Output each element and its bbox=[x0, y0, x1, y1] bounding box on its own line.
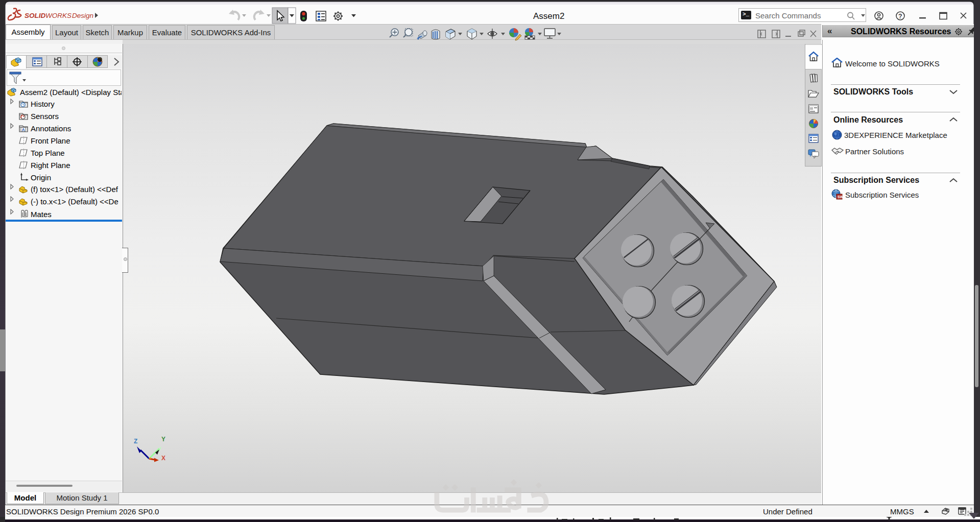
svg-text:X: X bbox=[161, 455, 165, 462]
svg-text:Y: Y bbox=[161, 436, 165, 443]
svg-text:A: A bbox=[22, 127, 25, 132]
svg-text:Design: Design bbox=[72, 12, 93, 19]
svg-text:Z: Z bbox=[134, 438, 137, 445]
svg-text:?: ? bbox=[898, 13, 902, 20]
svg-text:WORKS: WORKS bbox=[45, 12, 71, 19]
svg-text:SW: SW bbox=[838, 195, 843, 199]
svg-text:SOLID: SOLID bbox=[25, 12, 46, 19]
